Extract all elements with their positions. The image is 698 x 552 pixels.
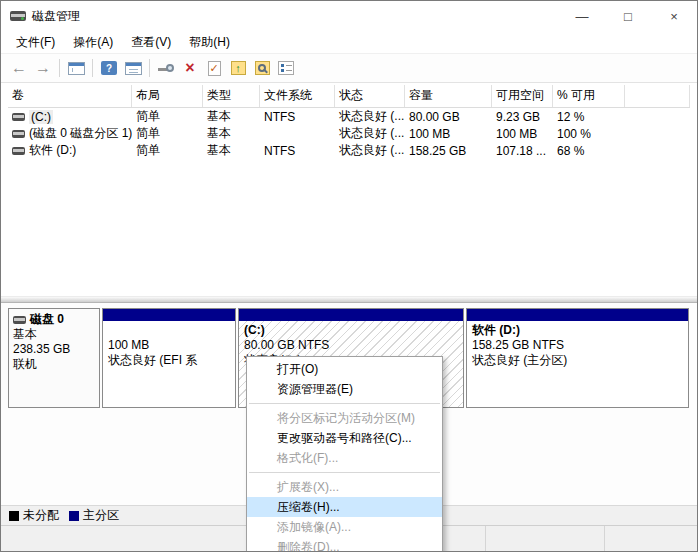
disk-type: 基本	[13, 327, 95, 342]
volume-list-pane: 卷 布局 类型 文件系统 状态 容量 可用空间 % 可用 (C:) 简单 基本 …	[1, 83, 697, 297]
col-pct-free[interactable]: % 可用	[553, 85, 625, 107]
menu-view[interactable]: 查看(V)	[122, 31, 180, 54]
properties-icon[interactable]	[274, 56, 298, 80]
menu-separator	[249, 403, 440, 404]
col-type[interactable]: 类型	[203, 85, 260, 107]
disk-size: 238.35 GB	[13, 342, 95, 357]
disk-tool-icon[interactable]	[154, 56, 178, 80]
console-tree-icon[interactable]	[64, 56, 88, 80]
col-capacity[interactable]: 容量	[405, 85, 492, 107]
disk-0-info-panel[interactable]: 磁盘 0 基本 238.35 GB 联机	[8, 308, 100, 408]
title-bar: 磁盘管理 — □ ×	[1, 1, 697, 31]
delete-icon[interactable]: ×	[178, 56, 202, 80]
back-icon[interactable]: ←	[7, 56, 31, 80]
primary-partition-swatch	[69, 511, 79, 521]
action-pane-icon[interactable]	[121, 56, 145, 80]
col-empty	[625, 85, 690, 107]
partition-d[interactable]: 软件 (D:) 158.25 GB NTFS 状态良好 (主分区)	[466, 308, 689, 408]
partition-color-strip	[103, 309, 235, 321]
legend-primary-partition: 主分区	[69, 507, 119, 524]
table-row-d[interactable]: 软件 (D:) 简单 基本 NTFS 状态良好 (... 158.25 GB 1…	[8, 142, 690, 159]
toolbar-separator	[92, 59, 93, 77]
menu-item-format: 格式化(F)...	[247, 448, 442, 468]
disk-icon	[13, 316, 26, 324]
legend-unallocated: 未分配	[9, 507, 59, 524]
help-icon[interactable]: ?	[97, 56, 121, 80]
rescan-icon[interactable]	[250, 56, 274, 80]
col-layout[interactable]: 布局	[132, 85, 203, 107]
toolbar-separator	[59, 59, 60, 77]
toolbar: ← → ? × ✓ ↑	[1, 54, 697, 83]
minimize-button[interactable]: —	[559, 1, 605, 31]
menu-item-extend-volume: 扩展卷(X)...	[247, 477, 442, 497]
menu-bar: 文件(F) 操作(A) 查看(V) 帮助(H)	[1, 31, 697, 54]
partition-efi[interactable]: 100 MB 状态良好 (EFI 系	[102, 308, 236, 408]
menu-item-explorer[interactable]: 资源管理器(E)	[247, 379, 442, 399]
app-disk-icon	[10, 11, 26, 21]
menu-item-open[interactable]: 打开(O)	[247, 359, 442, 379]
disk-state: 联机	[13, 357, 95, 372]
volume-table-header: 卷 布局 类型 文件系统 状态 容量 可用空间 % 可用	[8, 85, 690, 108]
menu-separator	[249, 472, 440, 473]
table-row-partition1[interactable]: (磁盘 0 磁盘分区 1) 简单 基本 状态良好 (... 100 MB 100…	[8, 125, 690, 142]
maximize-button[interactable]: □	[605, 1, 651, 31]
unallocated-swatch	[9, 511, 19, 521]
volume-icon	[12, 130, 25, 138]
window-title: 磁盘管理	[32, 8, 80, 25]
forward-icon[interactable]: →	[31, 56, 55, 80]
menu-item-shrink-volume[interactable]: 压缩卷(H)...	[247, 497, 442, 517]
menu-item-delete-volume: 删除卷(D)...	[247, 537, 442, 552]
volume-icon	[12, 113, 25, 121]
close-button[interactable]: ×	[651, 1, 697, 31]
refresh-folder-icon[interactable]: ↑	[226, 56, 250, 80]
partition-color-strip	[467, 309, 688, 321]
menu-file[interactable]: 文件(F)	[7, 31, 64, 54]
col-status[interactable]: 状态	[335, 85, 405, 107]
col-volume[interactable]: 卷	[8, 85, 132, 107]
check-document-icon[interactable]: ✓	[202, 56, 226, 80]
volume-icon	[12, 147, 25, 155]
col-filesystem[interactable]: 文件系统	[260, 85, 335, 107]
menu-help[interactable]: 帮助(H)	[180, 31, 239, 54]
menu-item-add-mirror: 添加镜像(A)...	[247, 517, 442, 537]
menu-action[interactable]: 操作(A)	[64, 31, 122, 54]
menu-item-mark-active: 将分区标记为活动分区(M)	[247, 408, 442, 428]
table-row-c[interactable]: (C:) 简单 基本 NTFS 状态良好 (... 80.00 GB 9.23 …	[8, 108, 690, 125]
toolbar-separator	[149, 59, 150, 77]
disk-management-window: 磁盘管理 — □ × 文件(F) 操作(A) 查看(V) 帮助(H) ← → ?…	[0, 0, 698, 552]
col-free-space[interactable]: 可用空间	[492, 85, 553, 107]
partition-color-strip	[239, 309, 463, 321]
menu-item-change-drive-letter[interactable]: 更改驱动器号和路径(C)...	[247, 428, 442, 448]
context-menu: 打开(O) 资源管理器(E) 将分区标记为活动分区(M) 更改驱动器号和路径(C…	[246, 356, 443, 552]
